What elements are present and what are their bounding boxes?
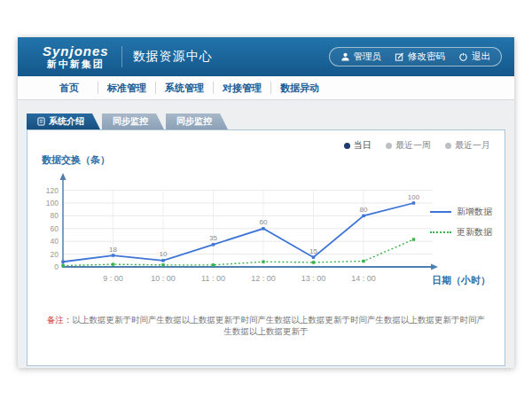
period-option-2[interactable]: 最近一周 [386, 139, 431, 152]
svg-text:40: 40 [51, 237, 59, 246]
power-icon [458, 51, 468, 62]
period-option-1[interactable]: 当日 [344, 139, 372, 152]
line-chart: 0204060801001209 : 0010 : 0011 : 0012 : … [38, 168, 444, 288]
tab-label: 系统介绍 [49, 113, 84, 129]
edit-icon [395, 51, 404, 62]
page-background: Synjones 新中新集团 数据资源中心 管理员 修改密码 [0, 0, 532, 399]
tab-1[interactable]: 系统介绍 [27, 113, 100, 129]
header-divider [121, 46, 122, 67]
legend-label: 新增数据 [457, 206, 492, 218]
period-label: 最近一月 [455, 139, 490, 152]
chart-legend: 新增数据更新数据 [430, 206, 492, 239]
legend-line-sample [430, 231, 451, 233]
document-icon [37, 117, 45, 126]
tab-2[interactable]: 同步监控 [102, 113, 164, 129]
period-filter: 当日最近一周最近一月 [344, 139, 490, 152]
logo-wordmark: Synjones [43, 44, 109, 58]
logout-label: 退出 [472, 51, 490, 63]
user-name-button[interactable]: 管理员 [340, 51, 382, 63]
nav-item-2[interactable]: 标准管理 [98, 82, 156, 94]
user-menu: 管理员 修改密码 退出 [329, 47, 503, 66]
legend-item-2[interactable]: 更新数据 [430, 226, 492, 239]
logout-button[interactable]: 退出 [458, 51, 490, 63]
nav-item-1[interactable]: 首页 [41, 82, 98, 94]
svg-text:100: 100 [46, 199, 59, 207]
x-axis-title: 日期（小时） [432, 274, 490, 287]
site-window: Synjones 新中新集团 数据资源中心 管理员 修改密码 [18, 37, 514, 368]
tab-label: 同步监控 [176, 113, 212, 129]
radio-dot-icon [445, 143, 451, 149]
tab-label: 同步监控 [113, 113, 148, 129]
radio-dot-icon [344, 143, 350, 149]
svg-text:10 : 00: 10 : 00 [151, 274, 176, 283]
tab-bar: 系统介绍同步监控同步监控 [27, 113, 514, 129]
change-password-button[interactable]: 修改密码 [395, 51, 445, 63]
user-icon [340, 51, 350, 62]
period-label: 当日 [354, 139, 372, 152]
svg-text:11 : 00: 11 : 00 [201, 274, 225, 283]
nav-item-3[interactable]: 系统管理 [156, 82, 214, 94]
user-name-label: 管理员 [354, 51, 382, 63]
svg-text:9 : 00: 9 : 00 [103, 274, 123, 283]
period-label: 最近一周 [395, 139, 431, 152]
radio-dot-icon [386, 143, 392, 149]
svg-text:80: 80 [51, 211, 59, 220]
footnote: 备注：以上数据更新于时间产生数据以上数据更新于时间产生数据以上数据更新于时间产生… [27, 315, 505, 338]
legend-label: 更新数据 [457, 226, 492, 239]
app-header: Synjones 新中新集团 数据资源中心 管理员 修改密码 [18, 37, 514, 76]
tab-3[interactable]: 同步监控 [166, 113, 228, 129]
chart-panel: 当日最近一周最近一月 数据交换（条） 0204060801001209 : 00… [27, 129, 505, 366]
legend-item-1[interactable]: 新增数据 [430, 206, 492, 218]
svg-text:35: 35 [209, 234, 217, 242]
logo-company-name: 新中新集团 [47, 59, 105, 69]
svg-text:60: 60 [51, 224, 59, 233]
brand-logo[interactable]: Synjones 新中新集团 [43, 44, 109, 69]
svg-text:13 : 00: 13 : 00 [301, 274, 326, 283]
footnote-text: 以上数据更新于时间产生数据以上数据更新于时间产生数据以上数据更新于时间产生数据以… [73, 315, 486, 336]
main-nav: 首页标准管理系统管理对接管理数据异动 [18, 76, 514, 100]
svg-text:12 : 00: 12 : 00 [251, 274, 276, 283]
svg-text:0: 0 [54, 262, 59, 271]
svg-text:10: 10 [160, 250, 168, 258]
change-password-label: 修改密码 [408, 51, 445, 63]
svg-text:80: 80 [360, 206, 368, 214]
y-axis-title: 数据交换（条） [42, 153, 110, 167]
svg-text:18: 18 [109, 246, 117, 254]
content-area: 系统介绍同步监控同步监控 当日最近一周最近一月 数据交换（条） 02040608… [18, 113, 514, 381]
nav-item-5[interactable]: 数据异动 [271, 82, 328, 94]
period-option-3[interactable]: 最近一月 [445, 139, 490, 152]
svg-text:15: 15 [309, 247, 317, 255]
svg-text:20: 20 [51, 250, 59, 259]
svg-text:100: 100 [408, 193, 420, 201]
svg-text:14 : 00: 14 : 00 [351, 274, 376, 283]
svg-text:60: 60 [260, 218, 268, 226]
app-title: 数据资源中心 [133, 49, 213, 65]
footnote-label: 备注： [47, 315, 73, 325]
nav-item-4[interactable]: 对接管理 [214, 82, 271, 94]
svg-text:120: 120 [46, 186, 59, 195]
legend-line-sample [430, 211, 451, 213]
